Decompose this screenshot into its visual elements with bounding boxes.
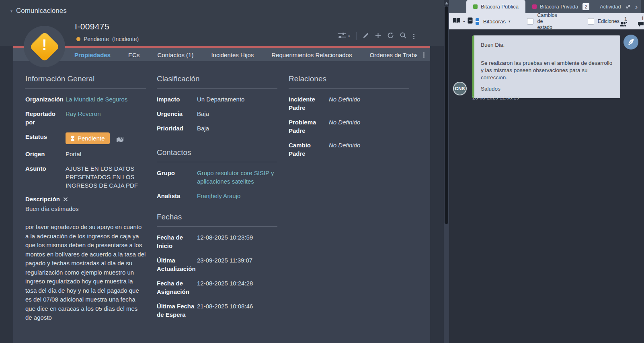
ticket-toolbar: ▾ bbox=[338, 32, 428, 40]
scrollbar-up-arrow[interactable] bbox=[444, 0, 449, 6]
field-label: Última Actualización bbox=[157, 256, 197, 273]
caret-down-icon: ▾ bbox=[509, 19, 511, 23]
ediciones-checkbox[interactable] bbox=[588, 18, 594, 25]
field-label: Estatus bbox=[25, 132, 66, 144]
ticket-id-title: I-009475 bbox=[75, 22, 109, 31]
field-analista: Analista Franjhely Araujo bbox=[157, 192, 277, 200]
descripcion-body: por favor agradezco de su apoyo en cuant… bbox=[25, 223, 146, 322]
comment-body: Se realizaron las pruebas en el ambiente… bbox=[481, 60, 614, 81]
section-title: Clasificación bbox=[157, 74, 277, 89]
cambios-checkbox[interactable] bbox=[527, 18, 533, 25]
urgencia-value: Baja bbox=[197, 110, 277, 118]
problema-padre-value: No Definido bbox=[329, 118, 409, 135]
expand-diagonal-icon[interactable] bbox=[626, 4, 631, 9]
toolbar-kebab-menu-icon[interactable] bbox=[412, 33, 415, 40]
tab-bitacora-publica[interactable]: Bitácora Pública bbox=[466, 0, 525, 13]
breadcrumb[interactable]: ▾ Comunicaciones bbox=[10, 7, 67, 15]
tab-bitacora-privada[interactable]: Bitácora Privada 2 bbox=[525, 0, 596, 13]
tab-requerimientos-relacionados[interactable]: Requerimientos Relacionados bbox=[271, 52, 352, 58]
descripcion-label: Descripción bbox=[25, 196, 60, 202]
filter-sliders-icon[interactable] bbox=[338, 33, 346, 40]
tabs-overflow-icon[interactable] bbox=[422, 52, 425, 58]
tab-incidentes-hijos[interactable]: Incidentes Hijos bbox=[211, 52, 254, 58]
status-dot-icon bbox=[76, 37, 80, 41]
field-label: Origen bbox=[25, 150, 66, 158]
add-icon[interactable] bbox=[375, 33, 381, 40]
field-fecha-asignacion: Fecha de Asignación 12-08-2025 10:24:28 bbox=[157, 279, 277, 296]
tab-label: Actividad bbox=[600, 4, 621, 10]
section-relaciones: Relaciones Incidente Padre No Definido P… bbox=[289, 74, 409, 164]
incidente-padre-value: No Definido bbox=[329, 95, 409, 112]
bitacoras-dropdown[interactable]: Bitácoras ▾ bbox=[483, 19, 511, 25]
public-log-icon bbox=[473, 4, 478, 9]
refresh-icon[interactable] bbox=[387, 32, 394, 40]
field-origen: Origen Portal bbox=[25, 150, 146, 158]
toolbar-divider bbox=[356, 32, 357, 40]
collapse-entries-icon[interactable] bbox=[476, 18, 479, 25]
log-tabbar: Bitácora Pública Bitácora Privada 2 Acti… bbox=[449, 0, 644, 13]
bitacoras-label: Bitácoras bbox=[483, 19, 506, 25]
field-label: Grupo bbox=[157, 169, 197, 186]
ticket-tabbar: Propiedades ECs Contactos (1) Incidentes… bbox=[13, 46, 430, 61]
scrollbar-thumb[interactable] bbox=[445, 6, 448, 224]
log-entries: Buen Dia. Se realizaron las pruebas en e… bbox=[449, 29, 644, 343]
organizacion-link[interactable]: La Mundial de Seguros bbox=[66, 95, 146, 103]
quill-icon bbox=[627, 38, 635, 46]
field-urgencia: Urgencia Baja bbox=[157, 110, 277, 118]
ticket-status-line: Pendiente (Incidente) bbox=[76, 36, 139, 42]
fecha-asignacion-value: 12-08-2025 10:24:28 bbox=[197, 279, 277, 296]
field-label: Analista bbox=[157, 192, 197, 200]
analista-link[interactable]: Franjhely Araujo bbox=[197, 192, 277, 200]
status-text: Pendiente bbox=[84, 36, 109, 42]
journal-icon[interactable] bbox=[468, 17, 473, 25]
expand-icon[interactable] bbox=[63, 197, 68, 202]
search-icon[interactable] bbox=[400, 32, 406, 40]
field-label: Cambio Padre bbox=[289, 141, 329, 158]
book-open-icon[interactable] bbox=[453, 18, 460, 25]
ultima-fecha-espera-value: 21-08-2025 10:08:46 bbox=[197, 302, 277, 319]
tab-ecs[interactable]: ECs bbox=[128, 52, 139, 58]
field-estatus: Estatus Pendiente bbox=[25, 132, 146, 144]
field-label: Fecha de Inicio bbox=[157, 233, 197, 250]
tab-actividad[interactable]: Actividad › bbox=[600, 0, 644, 13]
field-label: Incidente Padre bbox=[289, 95, 329, 112]
field-fecha-inicio: Fecha de Inicio 12-08-2025 10:23:59 bbox=[157, 233, 277, 250]
toolbar-separator: - bbox=[463, 18, 465, 25]
status-badge[interactable]: Pendiente bbox=[66, 132, 110, 144]
field-ultima-fecha-espera: Última Fecha de Espera 21-08-2025 10:08:… bbox=[157, 302, 277, 319]
log-panel: Bitácora Pública Bitácora Privada 2 Acti… bbox=[449, 0, 644, 343]
comment-closing: Saludos bbox=[481, 85, 614, 93]
tab-ordenes-de-trabajo[interactable]: Ordenes de Traba bbox=[369, 52, 417, 58]
descripcion-label-row: Descripción bbox=[25, 196, 146, 202]
author-avatar[interactable]: CNS bbox=[453, 82, 467, 95]
ediciones-option: Ediciones bbox=[588, 18, 619, 25]
section-title: Información General bbox=[25, 74, 146, 89]
people-icon bbox=[619, 22, 627, 27]
grupo-link[interactable]: Grupo resolutor core SISIP y aplicacione… bbox=[197, 169, 277, 186]
chevron-right-icon[interactable]: › bbox=[635, 3, 638, 10]
field-organizacion: Organización La Mundial de Seguros bbox=[25, 95, 146, 103]
app-root: ▾ Comunicaciones I-009475 Pendiente (Inc… bbox=[0, 0, 644, 343]
field-label: Asunto bbox=[25, 164, 66, 190]
impacto-value: Un Departamento bbox=[197, 95, 277, 103]
field-ultima-actualizacion: Última Actualización 23-09-2025 11:39:07 bbox=[157, 256, 277, 273]
field-label: Urgencia bbox=[157, 110, 197, 118]
log-comment-bubble: Buen Dia. Se realizaron las pruebas en e… bbox=[472, 35, 620, 98]
filter-caret-icon[interactable]: ▾ bbox=[348, 34, 350, 38]
section-clasificacion: Clasificación Impacto Un Departamento Ur… bbox=[157, 74, 277, 325]
status-badge-label: Pendiente bbox=[78, 134, 105, 143]
tab-propiedades[interactable]: Propiedades bbox=[74, 52, 111, 58]
cambio-padre-value: No Definido bbox=[329, 141, 409, 158]
compose-note-button[interactable] bbox=[623, 35, 638, 50]
collapse-caret-icon[interactable]: ▾ bbox=[10, 9, 12, 13]
section-fechas-title: Fechas bbox=[157, 213, 277, 227]
field-label: Impacto bbox=[157, 95, 197, 103]
field-label: Última Fecha de Espera bbox=[157, 302, 197, 319]
reportado-por-link[interactable]: Ray Reveron bbox=[66, 110, 146, 126]
edit-pencil-icon[interactable] bbox=[363, 32, 369, 40]
field-label: Organización bbox=[25, 95, 66, 103]
comments-count: 1 bbox=[641, 16, 644, 21]
main-scrollbar[interactable] bbox=[444, 0, 449, 343]
workflow-map-icon[interactable] bbox=[116, 136, 124, 143]
tab-contactos[interactable]: Contactos (1) bbox=[157, 52, 193, 58]
